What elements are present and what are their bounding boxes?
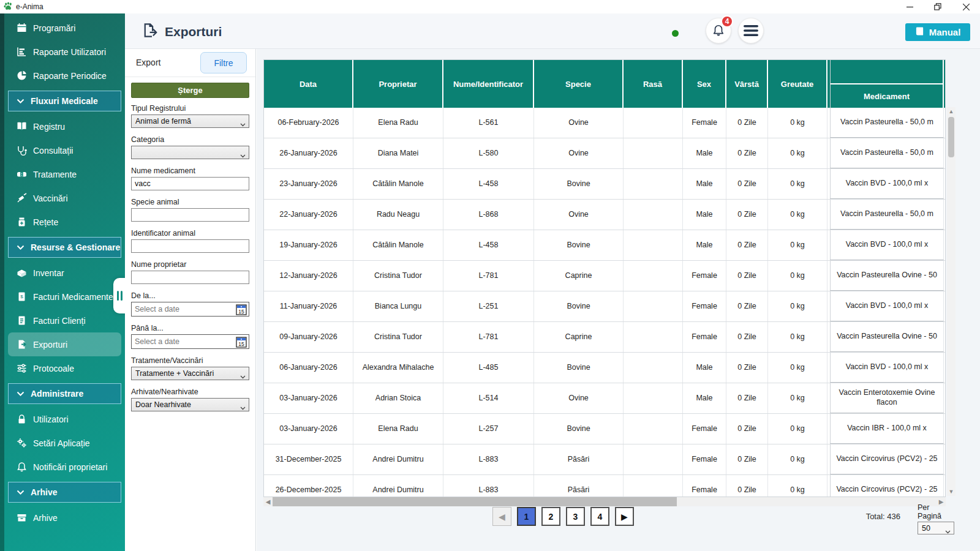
horizontal-scrollbar[interactable]: ◀ ▶ bbox=[263, 497, 946, 506]
date-from-picker[interactable]: Select a date 15 bbox=[131, 302, 249, 317]
scroll-left-icon[interactable]: ◀ bbox=[263, 497, 273, 506]
restore-icon[interactable] bbox=[924, 0, 952, 13]
calendar-icon[interactable]: 15 bbox=[236, 336, 247, 350]
cell-data: 26-January-2026 bbox=[264, 138, 353, 168]
sidebar-item-vaccinari[interactable]: Vaccinări bbox=[4, 186, 125, 210]
sidebar-collapse-handle[interactable] bbox=[113, 278, 125, 313]
sidebar-item-retete[interactable]: Rețete bbox=[4, 210, 125, 234]
sidebar-section-arhive[interactable]: Arhive bbox=[8, 482, 121, 503]
tratamente-vaccinari-select[interactable]: Tratamente + Vaccinări bbox=[131, 367, 249, 380]
cell-medicament: Vaccin Pasteurella - 50,0 m bbox=[830, 200, 944, 230]
sidebar-item-rapoarte-utilizatori[interactable]: Rapoarte Utilizatori bbox=[4, 40, 125, 64]
column-header-medicament-group[interactable]: Medicament bbox=[830, 60, 944, 108]
sidebar-item-arhive[interactable]: Arhive bbox=[4, 506, 125, 530]
tab-filtre[interactable]: Filtre bbox=[200, 52, 247, 73]
cell-varsta: 0 Zile bbox=[726, 383, 768, 413]
tab-export[interactable]: Export bbox=[136, 58, 160, 67]
column-header-sex[interactable]: Sex bbox=[683, 60, 726, 108]
sidebar-section-administrare[interactable]: Administrare bbox=[8, 383, 121, 404]
close-icon[interactable] bbox=[952, 0, 980, 13]
table-row[interactable]: 03-January-2026Elena RaduL-257BovineFema… bbox=[264, 414, 945, 444]
sidebar-item-inventar[interactable]: Inventar bbox=[4, 261, 125, 285]
cell-proprietar: Alexandra Mihalache bbox=[353, 353, 443, 383]
table-row[interactable]: 11-January-2026Bianca LunguL-251BovineFe… bbox=[264, 291, 945, 322]
cell-proprietar: Bianca Lungu bbox=[353, 291, 443, 321]
chevron-down-icon bbox=[15, 490, 26, 495]
filter-tabs: Export Filtre bbox=[125, 49, 255, 77]
column-header-data[interactable]: Data bbox=[264, 60, 353, 108]
date-to-picker[interactable]: Select a date 15 bbox=[131, 334, 249, 349]
table-row[interactable]: 12-January-2026Cristina TudorL-781Caprin… bbox=[264, 261, 945, 291]
table-row[interactable]: 23-January-2026Cătălin ManoleL-458Bovine… bbox=[264, 169, 945, 200]
sidebar-item-tratamente[interactable]: Tratamente bbox=[4, 162, 125, 186]
green-status-dot bbox=[672, 30, 679, 37]
column-header-varsta[interactable]: Vârstă bbox=[726, 60, 768, 108]
scroll-up-icon[interactable]: ▲ bbox=[947, 107, 956, 116]
cell-data: 09-January-2026 bbox=[264, 322, 353, 352]
arrow-left-icon: ◀ bbox=[499, 512, 505, 522]
table-row[interactable]: 22-January-2026Radu NeaguL-868OvineMale0… bbox=[264, 200, 945, 230]
sidebar-section-resurse-gestionare[interactable]: Resurse & Gestionare bbox=[8, 237, 121, 258]
cell-sex: Female bbox=[683, 322, 726, 352]
categoria-select[interactable] bbox=[131, 146, 249, 159]
vertical-scrollbar[interactable]: ▲ ▼ bbox=[947, 107, 956, 496]
vertical-scrollbar-thumb[interactable] bbox=[948, 117, 954, 157]
scroll-down-icon[interactable]: ▼ bbox=[947, 487, 956, 496]
calendar-icon bbox=[15, 23, 28, 33]
cell-data: 03-January-2026 bbox=[264, 414, 353, 444]
page-button-1[interactable]: 1 bbox=[517, 507, 536, 526]
sidebar-item-protocoale[interactable]: Protocoale bbox=[4, 356, 125, 380]
table-row[interactable]: 26-January-2026Diana MateiL-580OvineMale… bbox=[264, 138, 945, 169]
column-header-rasa[interactable]: Rasă bbox=[624, 60, 683, 108]
page-button-2[interactable]: 2 bbox=[541, 507, 560, 526]
sidebar-item-setari-aplicatie[interactable]: Setări Aplicație bbox=[4, 431, 125, 455]
notifications-button[interactable]: 4 bbox=[706, 18, 731, 43]
clear-filters-button[interactable]: Șterge bbox=[131, 83, 249, 98]
sidebar-item-notificari-proprietari[interactable]: Notificări proprietari bbox=[4, 455, 125, 479]
sidebar-item-facturi-medicamente[interactable]: $Facturi Medicamente bbox=[4, 285, 125, 309]
sidebar-item-consultatii[interactable]: Consultații bbox=[4, 138, 125, 162]
page-button-3[interactable]: 3 bbox=[566, 507, 585, 526]
chevron-down-icon bbox=[240, 372, 246, 381]
column-header-nume-identificator[interactable]: Nume/Identificator bbox=[443, 60, 534, 108]
column-header-specie[interactable]: Specie bbox=[534, 60, 624, 108]
calendar-icon[interactable]: 15 bbox=[236, 304, 247, 317]
sidebar-item-programari[interactable]: Programări bbox=[4, 16, 125, 40]
prev-page-button[interactable]: ◀ bbox=[492, 507, 511, 526]
tip-registru-select[interactable]: Animal de fermă bbox=[131, 114, 249, 128]
table-row[interactable]: 06-February-2026Elena RaduL-561OvineFema… bbox=[264, 108, 945, 138]
minimize-icon[interactable] bbox=[895, 0, 924, 13]
identificator-animal-input[interactable] bbox=[131, 239, 249, 253]
column-header-greutate[interactable]: Greutate bbox=[768, 60, 827, 108]
sidebar-item-facturi-clienti[interactable]: Facturi Clienți bbox=[4, 309, 125, 332]
table-row[interactable]: 09-January-2026Cristina TudorL-781Caprin… bbox=[264, 322, 945, 353]
table-row[interactable]: 26-December-2025Andrei DumitruL-883Păsăr… bbox=[264, 475, 945, 497]
page-button-4[interactable]: 4 bbox=[590, 507, 609, 526]
table-row[interactable]: 19-January-2026Cătălin ManoleL-458Bovine… bbox=[264, 230, 945, 261]
sidebar-item-utilizatori[interactable]: Utilizatori bbox=[4, 407, 125, 431]
arhivate-nearhivate-select[interactable]: Doar Nearhivate bbox=[131, 398, 249, 411]
cell-nume-identificator: L-883 bbox=[443, 444, 534, 474]
table-row[interactable]: 31-December-2025Andrei DumitruL-883Păsăr… bbox=[264, 444, 945, 475]
field-de-la: De la... Select a date 15 bbox=[131, 291, 249, 317]
nume-medicament-input[interactable] bbox=[131, 177, 249, 190]
table-row[interactable]: 03-January-2026Adrian StoicaL-514OvineMa… bbox=[264, 383, 945, 414]
table-row[interactable]: 06-January-2026Alexandra MihalacheL-485B… bbox=[264, 353, 945, 383]
column-header-proprietar[interactable]: Proprietar bbox=[353, 60, 443, 108]
sidebar-item-exporturi[interactable]: Exporturi bbox=[8, 332, 121, 356]
field-label: Specie animal bbox=[131, 198, 249, 206]
sidebar-item-registru[interactable]: Registru bbox=[4, 114, 125, 138]
per-page-select[interactable]: 50 bbox=[918, 522, 954, 534]
sidebar-item-label: Resurse & Gestionare bbox=[31, 242, 120, 252]
nume-proprietar-input[interactable] bbox=[131, 271, 249, 284]
cell-nume-identificator: L-485 bbox=[443, 353, 534, 383]
next-page-button[interactable]: ▶ bbox=[615, 507, 634, 526]
sidebar-item-rapoarte-periodice[interactable]: Rapoarte Periodice bbox=[4, 64, 125, 88]
cell-rasa bbox=[624, 383, 683, 413]
hamburger-menu-icon[interactable] bbox=[738, 18, 764, 43]
specie-animal-input[interactable] bbox=[131, 208, 249, 222]
manual-button[interactable]: Manual bbox=[905, 23, 970, 41]
sidebar-item-label: Arhive bbox=[31, 487, 58, 497]
sidebar-section-fluxuri-medicale[interactable]: Fluxuri Medicale bbox=[8, 91, 121, 111]
horizontal-scrollbar-thumb[interactable] bbox=[273, 497, 677, 506]
